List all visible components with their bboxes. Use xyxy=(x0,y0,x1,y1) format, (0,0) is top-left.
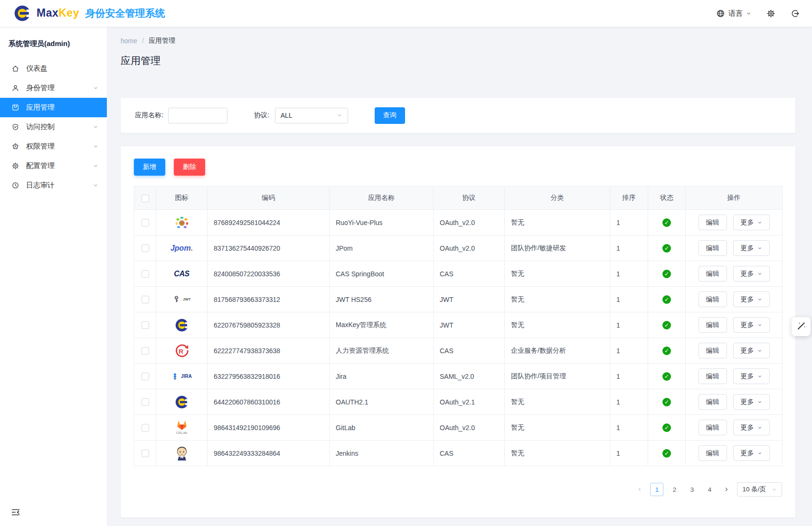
edit-button[interactable]: 编辑 xyxy=(699,240,727,256)
brand: MaxKey 身份安全管理系统 xyxy=(12,3,165,23)
sidebar-item-identity[interactable]: 身份管理 xyxy=(0,78,107,98)
more-button[interactable]: 更多 xyxy=(733,368,770,384)
cell-category: 暂无 xyxy=(505,287,610,312)
pagination-page-3[interactable]: 3 xyxy=(685,483,699,496)
sidebar-item-permission[interactable]: 权限管理 xyxy=(0,137,107,156)
language-switcher[interactable]: 语言 xyxy=(716,9,751,18)
edit-button[interactable]: 编辑 xyxy=(699,343,727,358)
cell-category: 暂无 xyxy=(505,415,610,441)
search-button[interactable]: 查询 xyxy=(375,107,405,124)
cell-sort: 1 xyxy=(610,338,648,364)
cell-category: 团队协作/敏捷研发 xyxy=(505,235,610,261)
pagination-page-2[interactable]: 2 xyxy=(668,483,681,496)
more-button[interactable]: 更多 xyxy=(733,240,770,256)
more-button[interactable]: 更多 xyxy=(733,215,770,230)
select-all-checkbox[interactable] xyxy=(142,195,149,202)
cell-sort: 1 xyxy=(610,312,648,338)
chevron-down-icon xyxy=(93,183,98,188)
cell-sort: 1 xyxy=(610,235,648,261)
chevron-down-icon xyxy=(757,451,762,456)
cell-category: 暂无 xyxy=(505,312,610,338)
edit-button[interactable]: 编辑 xyxy=(699,266,727,282)
cell-app-name: CAS SpringBoot xyxy=(330,261,434,287)
sidebar-item-audit[interactable]: 日志审计 xyxy=(0,176,107,195)
brand-name-key: Key xyxy=(58,7,79,19)
row-checkbox[interactable] xyxy=(142,424,149,432)
svg-text:R: R xyxy=(179,348,183,355)
row-checkbox[interactable] xyxy=(142,219,149,226)
more-button[interactable]: 更多 xyxy=(733,420,770,435)
status-enabled-icon: ✓ xyxy=(662,244,671,253)
more-button[interactable]: 更多 xyxy=(733,343,770,358)
cell-protocol: CAS xyxy=(434,441,505,466)
cell-category: 暂无 xyxy=(505,261,610,287)
row-checkbox[interactable] xyxy=(142,347,149,355)
status-enabled-icon: ✓ xyxy=(662,398,671,406)
edit-button[interactable]: 编辑 xyxy=(699,317,727,333)
cell-protocol: SAML_v2.0 xyxy=(434,364,505,389)
cell-sort: 1 xyxy=(610,364,648,389)
filter-panel: 应用名称: 协议: ALL 查询 xyxy=(121,98,795,133)
breadcrumb-item[interactable]: home xyxy=(121,37,137,45)
more-button[interactable]: 更多 xyxy=(733,291,770,307)
page-size-select[interactable]: 10 条/页 xyxy=(737,482,782,497)
gear-icon[interactable] xyxy=(766,9,775,18)
header-actions: 语言 xyxy=(716,9,800,18)
edit-button[interactable]: 编辑 xyxy=(699,368,727,384)
pagination-page-1[interactable]: 1 xyxy=(650,483,663,496)
status-enabled-icon: ✓ xyxy=(662,372,671,381)
maxkey-app-icon xyxy=(156,317,207,333)
gem-icon xyxy=(11,142,20,151)
menu-fold-icon[interactable] xyxy=(10,507,22,518)
pagination-next-button[interactable] xyxy=(720,483,733,496)
chevron-down-icon xyxy=(757,246,762,251)
jpom-app-icon: Jpom. xyxy=(156,244,207,252)
edit-button[interactable]: 编辑 xyxy=(699,215,727,230)
sidebar-item-config[interactable]: 配置管理 xyxy=(0,156,107,176)
delete-button[interactable]: 删除 xyxy=(174,159,205,176)
gear-icon xyxy=(11,162,20,170)
sidebar-item-access[interactable]: 访问控制 xyxy=(0,117,107,137)
chevron-down-icon xyxy=(757,400,762,404)
row-checkbox[interactable] xyxy=(142,450,149,457)
protocol-select[interactable]: ALL xyxy=(275,108,348,123)
pagination-prev-button[interactable] xyxy=(633,483,646,496)
cell-sort: 1 xyxy=(610,389,648,415)
row-checkbox[interactable] xyxy=(142,373,149,380)
more-button[interactable]: 更多 xyxy=(733,266,770,282)
more-button[interactable]: 更多 xyxy=(733,445,770,461)
edit-button[interactable]: 编辑 xyxy=(699,420,727,435)
sidebar-item-apps[interactable]: 应用管理 xyxy=(0,98,107,117)
chevron-down-icon xyxy=(757,297,762,302)
row-checkbox[interactable] xyxy=(142,398,149,406)
edit-button[interactable]: 编辑 xyxy=(699,291,727,307)
table-row: Jpom. 837136275440926720 JPom OAuth_v2.0… xyxy=(134,235,783,261)
row-checkbox[interactable] xyxy=(142,270,149,278)
app-name-input[interactable] xyxy=(168,108,227,123)
sidebar-item-dashboard[interactable]: 仪表盘 xyxy=(0,59,107,78)
row-checkbox[interactable] xyxy=(142,321,149,329)
pagination-page-4[interactable]: 4 xyxy=(703,483,716,496)
shield-check-icon xyxy=(11,123,20,132)
theme-settings-button[interactable] xyxy=(792,317,811,336)
table-header-row: 图标编码应用名称协议分类排序状态操作 xyxy=(134,187,783,210)
sidebar: 系统管理员(admin) 仪表盘 身份管理 应用管理 访问控制 权限管理 配置管… xyxy=(0,27,107,526)
logout-icon[interactable] xyxy=(791,9,800,18)
edit-button[interactable]: 编辑 xyxy=(699,394,727,410)
page-title: 应用管理 xyxy=(121,54,812,67)
chevron-down-icon xyxy=(93,163,98,169)
table-row: JIRA 632279563832918016 Jira SAML_v2.0 团… xyxy=(134,364,783,389)
column-header-2: 编码 xyxy=(208,187,330,210)
table-body: 876892492581044224 RuoYi-Vue-Plus OAuth_… xyxy=(134,210,783,466)
more-button[interactable]: 更多 xyxy=(733,394,770,410)
row-checkbox[interactable] xyxy=(142,244,149,252)
add-button[interactable]: 新增 xyxy=(134,159,165,176)
more-button[interactable]: 更多 xyxy=(733,317,770,333)
maxkey-logo-icon xyxy=(12,3,32,23)
cell-category: 企业服务/数据分析 xyxy=(505,338,610,364)
edit-button[interactable]: 编辑 xyxy=(699,445,727,461)
status-enabled-icon: ✓ xyxy=(662,218,671,227)
breadcrumb-item: 应用管理 xyxy=(149,37,175,45)
table-row: GitLab 986431492190109696 GitLab OAuth_v… xyxy=(134,415,783,441)
row-checkbox[interactable] xyxy=(142,296,149,303)
